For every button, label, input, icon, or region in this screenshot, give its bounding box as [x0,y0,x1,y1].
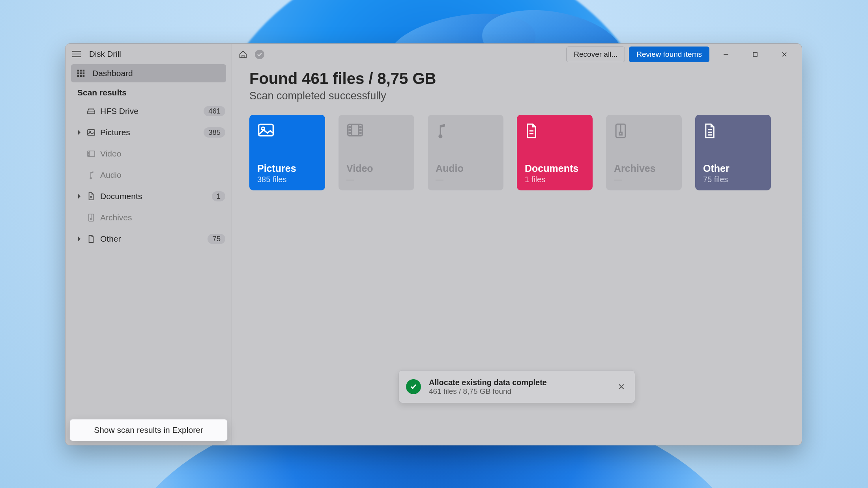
sidebar-item-label: Pictures [100,128,200,137]
card-audio[interactable]: Audio — [428,115,503,190]
sidebar-item-audio[interactable]: Audio [65,164,232,186]
svg-rect-10 [80,75,82,77]
svg-rect-47 [619,132,622,135]
main-pane: Recover all... Review found items Found … [232,44,802,445]
video-icon [346,123,406,141]
window-minimize-button[interactable] [713,47,739,62]
file-icon [86,235,96,243]
card-title: Pictures [257,163,317,174]
svg-point-39 [349,132,350,134]
sidebar-item-documents[interactable]: Documents 1 [65,186,232,207]
svg-point-42 [360,132,361,134]
archives-icon [86,213,96,222]
chevron-right-icon [77,130,82,135]
home-icon[interactable] [237,48,249,61]
svg-rect-11 [83,75,85,77]
svg-rect-3 [77,70,79,72]
svg-rect-26 [90,218,92,220]
svg-rect-29 [753,52,757,56]
card-title: Other [703,163,763,174]
show-in-explorer-button[interactable]: Show scan results in Explorer [69,419,228,441]
svg-point-37 [349,127,350,128]
card-sub: — [614,175,674,184]
audio-icon [436,123,496,141]
sidebar-item-label: Archives [100,213,225,222]
toast-sub: 461 files / 8,75 GB found [429,387,607,396]
card-sub: 385 files [257,175,317,184]
card-sub: 1 files [525,175,585,184]
documents-icon [86,192,96,201]
page-title: Found 461 files / 8,75 GB [249,70,784,88]
sidebar-item-badge: 461 [204,106,225,116]
sidebar-item-other[interactable]: Other 75 [65,228,232,250]
svg-rect-6 [77,73,79,75]
svg-rect-5 [83,70,85,72]
sidebar-item-badge: 1 [212,191,225,201]
svg-marker-21 [78,194,80,199]
card-archives[interactable]: Archives — [606,115,682,190]
sidebar-item-label: Other [100,234,204,244]
sidebar-item-dashboard[interactable]: Dashboard [71,64,226,82]
toast-title: Allocate existing data complete [429,378,607,387]
review-found-items-button[interactable]: Review found items [629,47,709,62]
toolbar: Recover all... Review found items [232,44,802,65]
app-window: Disk Drill Dashboard Scan results HFS Dr… [65,43,802,445]
drive-icon [86,108,96,115]
recover-all-button[interactable]: Recover all... [566,47,625,62]
card-other[interactable]: Other 75 files [695,115,771,190]
svg-rect-8 [83,73,85,75]
svg-marker-13 [78,130,80,135]
scan-complete-toast: Allocate existing data complete 461 file… [398,370,635,403]
svg-rect-32 [259,124,273,136]
page-subtitle: Scan completed successfully [249,90,784,102]
toast-close-button[interactable] [615,380,628,393]
dashboard-icon [77,69,85,78]
sidebar-item-video[interactable]: Video [65,143,232,164]
card-sub: 75 files [703,175,763,184]
sidebar-item-label: HFS Drive [100,106,200,116]
file-icon [703,123,763,141]
svg-rect-9 [77,75,79,77]
card-title: Audio [436,163,496,174]
svg-point-40 [360,127,361,128]
sidebar-item-badge: 75 [208,234,225,244]
svg-marker-27 [78,237,80,241]
sidebar: Disk Drill Dashboard Scan results HFS Dr… [65,44,232,445]
svg-point-41 [360,130,361,131]
svg-point-38 [349,130,350,131]
card-title: Video [346,163,406,174]
card-sub: — [436,175,496,184]
window-close-button[interactable] [772,47,797,62]
documents-icon [525,123,585,141]
sidebar-item-label: Documents [100,192,208,201]
check-circle-icon [406,379,421,394]
chevron-right-icon [77,237,82,241]
sidebar-item-hfs-drive[interactable]: HFS Drive 461 [65,101,232,122]
audio-icon [86,171,96,179]
svg-point-18 [88,152,89,153]
sidebar-item-archives[interactable]: Archives [65,207,232,228]
sidebar-item-badge: 385 [204,127,225,138]
card-video[interactable]: Video — [339,115,414,190]
pictures-icon [86,129,96,136]
chevron-right-icon [77,194,82,199]
sidebar-dashboard-label: Dashboard [92,69,133,78]
svg-rect-4 [80,70,82,72]
check-chip-icon[interactable] [255,50,264,59]
sidebar-item-label: Audio [100,170,225,180]
app-title: Disk Drill [89,49,121,59]
card-documents[interactable]: Documents 1 files [517,115,593,190]
sidebar-item-pictures[interactable]: Pictures 385 [65,122,232,143]
archives-icon [614,123,674,141]
category-cards: Pictures 385 files Video — Audio — [249,115,784,190]
window-maximize-button[interactable] [743,47,768,62]
svg-rect-7 [80,73,82,75]
svg-rect-14 [88,130,95,135]
card-pictures[interactable]: Pictures 385 files [249,115,325,190]
hamburger-icon[interactable] [70,48,83,60]
video-icon [86,150,96,157]
sidebar-scan-results-heading: Scan results [77,88,232,97]
pictures-icon [257,123,317,141]
card-title: Documents [525,163,585,174]
sidebar-item-label: Video [100,149,225,158]
